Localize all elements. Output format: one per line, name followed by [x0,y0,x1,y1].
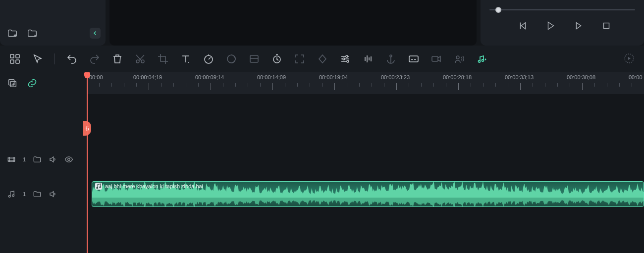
text-icon[interactable] [180,53,192,65]
add-track-icon[interactable] [7,78,18,89]
ruler-label: 00:00:14;09 [257,74,286,80]
timeline-toolbar [0,46,644,72]
video-track-label: 1 [23,156,26,162]
next-frame-button[interactable] [573,20,584,31]
render-icon[interactable] [623,52,635,64]
media-panel [0,0,106,46]
player-progress[interactable] [489,9,635,10]
video-track-icon [7,155,16,164]
media-remove-icon[interactable] [27,28,38,39]
play-button[interactable] [545,20,556,31]
track-sidebar: 1 1 [0,72,87,253]
crop-icon[interactable] [157,53,169,65]
svg-rect-2 [16,54,19,58]
beat-detect-icon[interactable] [476,53,488,65]
ruler-label: 00:00 [629,74,643,80]
cut-icon[interactable] [134,53,146,65]
fit-icon [294,53,306,65]
mask-icon [248,53,260,65]
svg-point-12 [343,58,345,60]
ruler-label: 00:00:33;13 [505,74,534,80]
music-note-icon [95,183,102,190]
adjust-icon[interactable] [339,53,351,65]
svg-point-6 [141,60,144,63]
audio-track-label: 1 [23,191,26,197]
svg-rect-4 [16,60,19,63]
svg-rect-23 [8,157,15,162]
video-track-mute-icon[interactable] [49,155,57,164]
color-icon [225,53,237,65]
svg-point-13 [347,60,349,62]
svg-point-18 [479,60,481,62]
audio-track-mute-icon[interactable] [49,190,57,199]
svg-rect-16 [432,56,438,61]
ruler-label: 00:00:04;19 [133,74,162,80]
record-icon[interactable] [430,53,442,65]
keyframe-icon [317,53,328,65]
svg-point-17 [456,56,459,59]
svg-rect-1 [10,54,14,58]
delete-icon[interactable] [111,53,123,65]
svg-point-28 [100,187,101,188]
playhead[interactable] [87,72,88,253]
link-icon[interactable] [27,78,38,89]
svg-rect-3 [10,60,14,63]
video-track-folder-icon[interactable] [33,155,42,164]
redo-icon [89,53,101,65]
new-folder-icon[interactable] [7,28,18,39]
svg-point-26 [12,195,14,197]
ruler-label: 00:00:19;04 [319,74,348,80]
audio-clip-title: aaj bhi mere khayalon ki tapish zinda ha… [105,183,203,189]
divider [54,53,55,64]
preview-panel [109,0,477,46]
svg-point-19 [482,59,484,61]
svg-point-25 [8,196,10,198]
undo-icon[interactable] [66,53,78,65]
audio-track-header: 1 [0,183,87,205]
playhead-cap[interactable] [84,72,90,78]
collapse-panel-button[interactable] [90,28,101,39]
svg-point-5 [136,60,139,63]
audio-track-icon [7,190,16,199]
timeline-ruler[interactable]: 00:0000:00:04;1900:00:09;1400:00:14;0900… [87,72,644,94]
audio-track-folder-icon[interactable] [33,190,42,199]
audio-clip[interactable]: aaj bhi mere khayalon ki tapish zinda ha… [92,181,644,207]
cursor-icon[interactable] [32,53,44,65]
anchor-icon [385,53,397,65]
top-region [0,0,644,46]
ruler-label: 00:00:23;23 [381,74,410,80]
timeline: 1 1 00:0000:00:04;1900:00:09;1400:00:14;… [0,72,644,253]
svg-point-11 [346,55,348,57]
ruler-label: 00:00:09;14 [195,74,224,80]
stop-button[interactable] [601,20,612,31]
speed-icon[interactable] [203,53,215,65]
svg-point-14 [390,55,392,57]
subtitle-icon[interactable] [408,53,420,65]
video-track-header: 1 [0,149,87,170]
video-track-visibility-icon[interactable] [64,155,73,164]
player-progress-knob[interactable] [495,7,501,13]
svg-rect-9 [250,55,258,62]
layout-icon[interactable] [9,53,21,65]
prev-frame-button[interactable] [518,20,529,31]
player-panel [481,0,644,46]
svg-point-24 [68,158,70,161]
svg-rect-0 [604,23,609,29]
ruler-label: 00:00 [89,74,103,80]
ruler-label: 00:00:28;18 [443,74,472,80]
svg-point-27 [97,187,98,188]
ruler-label: 00:00:38;08 [567,74,595,80]
voice-icon[interactable] [453,53,465,65]
svg-rect-15 [409,56,418,62]
timer-icon[interactable] [271,53,283,65]
audio-adjust-icon[interactable] [362,53,374,65]
